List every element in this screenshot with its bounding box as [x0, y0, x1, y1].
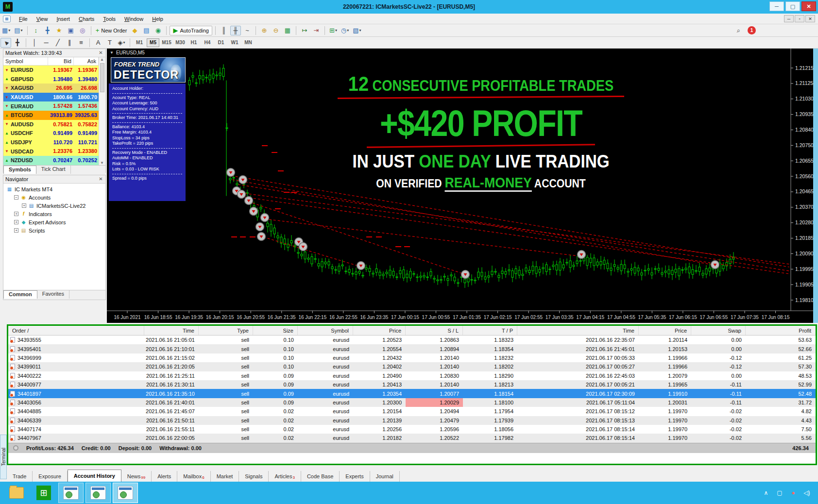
taskbar-windows-store[interactable]: ⊞	[31, 483, 56, 503]
zoom-out-icon[interactable]: ⊖	[271, 26, 281, 35]
market-watch-row-eurusd[interactable]: ▼EURUSD1.193671.19367	[3, 66, 105, 75]
history-col-size-3[interactable]: Size	[253, 326, 298, 335]
market-watch-scrollbar[interactable]: ▲▼	[99, 57, 105, 165]
terminal-tab-mailbox[interactable]: Mailbox6	[177, 471, 210, 482]
navigator-item-accounts[interactable]: −◉Accounts	[3, 193, 105, 202]
navigator-item-indicators[interactable]: +fIndicators	[3, 210, 105, 218]
tab-favorites[interactable]: Favorites	[37, 290, 69, 299]
navigator-close-icon[interactable]: ✕	[98, 176, 104, 182]
bar-chart-mode-icon[interactable]: ║	[219, 26, 229, 35]
market-watch-row-usdchf[interactable]: ▲USDCHF0.914990.91499	[3, 129, 105, 138]
tray-window-indicator-icon[interactable]: ▢	[775, 489, 784, 496]
history-col-symbol-4[interactable]: Symbol	[298, 326, 353, 335]
text-label-icon[interactable]: T	[104, 38, 115, 48]
terminal-tab-account-history[interactable]: Account History	[68, 470, 121, 482]
market-watch-row-usdjpy[interactable]: ▲USDJPY110.720110.721	[3, 138, 105, 147]
history-row-34403056[interactable]: 344030562021.06.16 21:40:01sell0.09eurus…	[8, 398, 816, 407]
history-col-profit-11[interactable]: Profit	[746, 326, 816, 335]
tab-common[interactable]: Common	[3, 290, 37, 299]
tray-hidden-icons-icon[interactable]: ∧	[762, 489, 770, 496]
history-row-34396999[interactable]: 343969992021.06.16 21:15:02sell0.10eurus…	[8, 353, 816, 362]
timeframe-h4-button[interactable]: H4	[201, 38, 214, 47]
strategy-tester-icon[interactable]: ◎	[77, 26, 88, 35]
history-row-34406339[interactable]: 344063392021.06.16 21:50:11sell0.02eurus…	[8, 416, 816, 425]
terminal-tab-exposure[interactable]: Exposure	[33, 471, 67, 482]
history-col-price-5[interactable]: Price	[353, 326, 406, 335]
market-watch-col-bid[interactable]: Bid	[48, 57, 74, 65]
market-watch-row-usdcad[interactable]: ▼USDCAD1.233761.23380	[3, 147, 105, 156]
fibonacci-retracement-icon[interactable]: ≡	[76, 38, 86, 48]
timeframe-mn-button[interactable]: MN	[242, 38, 255, 47]
timeframe-m30-button[interactable]: M30	[174, 38, 187, 47]
terminal-tab-signals[interactable]: Signals	[239, 471, 269, 482]
tray-alert-indicator-icon[interactable]: ●	[789, 489, 798, 496]
market-watch-close-icon[interactable]: ✕	[98, 50, 104, 55]
history-table-header[interactable]: Order /TimeTypeSizeSymbolPriceS / LT / P…	[8, 326, 816, 336]
crosshair-icon[interactable]: ╋	[12, 38, 23, 48]
timeframe-d1-button[interactable]: D1	[215, 38, 227, 47]
terminal-tab-market[interactable]: Market	[211, 471, 239, 482]
menu-insert[interactable]: Insert	[52, 15, 74, 23]
notification-badge[interactable]: 1	[748, 26, 756, 34]
candlestick-mode-icon[interactable]: ╫	[230, 26, 241, 35]
taskbar-file-explorer[interactable]	[4, 483, 29, 503]
history-col-swap-10[interactable]: Swap	[691, 326, 746, 335]
market-watch-row-euraud[interactable]: ▼EURAUD1.574281.57436	[3, 101, 105, 111]
navigator-item-scripts[interactable]: +▤Scripts	[3, 226, 105, 235]
tab-symbols[interactable]: Symbols	[3, 166, 36, 174]
history-col-price-9[interactable]: Price	[639, 326, 691, 335]
auto-scroll-icon[interactable]: ↦	[299, 26, 310, 35]
autotrading-icon[interactable]: ▶AutoTrading	[170, 26, 212, 35]
market-watch-row-gbpusd[interactable]: ▲GBPUSD1.394801.39480	[3, 75, 105, 84]
horizontal-line-icon[interactable]: ─	[41, 38, 51, 48]
terminal-tab-articles[interactable]: Articles3	[269, 471, 301, 482]
navigator-item-ic-markets-mt4[interactable]: ▦IC Markets MT4	[3, 185, 105, 193]
menu-window[interactable]: Window	[120, 15, 148, 23]
terminal-tab-news[interactable]: News99	[121, 471, 152, 482]
chart-restore-button[interactable]: ▫	[795, 15, 804, 22]
history-col-type-2[interactable]: Type	[199, 326, 253, 335]
menu-charts[interactable]: Charts	[74, 15, 99, 23]
chart-close-button[interactable]: ✕	[805, 15, 815, 22]
history-row-34407967[interactable]: 344079672021.06.16 22:00:05sell0.02eurus…	[8, 434, 816, 442]
tray-volume-icon[interactable]: ◁)	[802, 489, 811, 496]
history-row-34395401[interactable]: 343954012021.06.16 21:10:01sell0.10eurus…	[8, 344, 816, 353]
chart-shift-icon[interactable]: ⇥	[311, 26, 322, 35]
history-col-time-8[interactable]: Time	[517, 326, 639, 335]
expand-icon[interactable]: +	[22, 203, 26, 208]
timeframe-h1-button[interactable]: H1	[187, 38, 200, 47]
signals-icon[interactable]: ◉	[153, 26, 163, 35]
timeframe-w1-button[interactable]: W1	[228, 38, 241, 47]
equidistant-channel-icon[interactable]: ∥	[64, 38, 75, 48]
terminal-tab-alerts[interactable]: Alerts	[152, 471, 177, 482]
search-icon[interactable]: ⌕	[737, 27, 740, 34]
new-order-icon[interactable]: +New Order	[94, 26, 129, 35]
arrows-shapes-icon[interactable]: ◈▾	[116, 38, 127, 48]
market-watch-row-audusd[interactable]: ▼AUDUSD0.758210.75822	[3, 120, 105, 129]
maximize-button[interactable]: ▢	[785, 1, 800, 11]
history-col-order--0[interactable]: Order /	[8, 326, 144, 335]
trendline-icon[interactable]: ╱	[52, 38, 63, 48]
minimize-button[interactable]: ─	[769, 1, 784, 11]
chart-symbol-label[interactable]: ▼ EURUSD,M5	[110, 50, 145, 55]
market-watch-toggle-icon[interactable]: ↕	[31, 26, 41, 35]
tab-tick-chart[interactable]: Tick Chart	[36, 166, 71, 174]
new-chart-icon[interactable]: ▦▾	[0, 26, 12, 35]
market-watch-col-ask[interactable]: Ask	[74, 57, 99, 65]
navigator-toggle-icon[interactable]: ★	[54, 26, 65, 35]
cursor-icon[interactable]: ▲	[0, 38, 11, 48]
history-row-34407174[interactable]: 344071742021.06.16 21:55:11sell0.02eurus…	[8, 425, 816, 434]
history-row-34400222[interactable]: 344002222021.06.16 21:25:11sell0.09eurus…	[8, 371, 816, 380]
history-col-time-1[interactable]: Time	[144, 326, 199, 335]
terminal-tab-trade[interactable]: Trade	[7, 471, 33, 482]
expand-icon[interactable]: +	[14, 228, 18, 233]
history-col-t-p-7[interactable]: T / P	[463, 326, 517, 335]
text-icon[interactable]: A	[93, 38, 103, 48]
history-row-34401897[interactable]: 344018972021.06.16 21:35:10sell0.09eurus…	[8, 389, 816, 398]
timeframe-m5-button[interactable]: M5	[147, 38, 159, 47]
market-watch-row-btcusd[interactable]: ▲BTCUSD39313.8939325.63	[3, 111, 105, 120]
menu-view[interactable]: View	[32, 15, 52, 23]
collapse-icon[interactable]: −	[14, 195, 18, 200]
periods-icon[interactable]: ◷▾	[340, 26, 350, 35]
mql5-community-icon[interactable]: ▤	[141, 26, 152, 35]
